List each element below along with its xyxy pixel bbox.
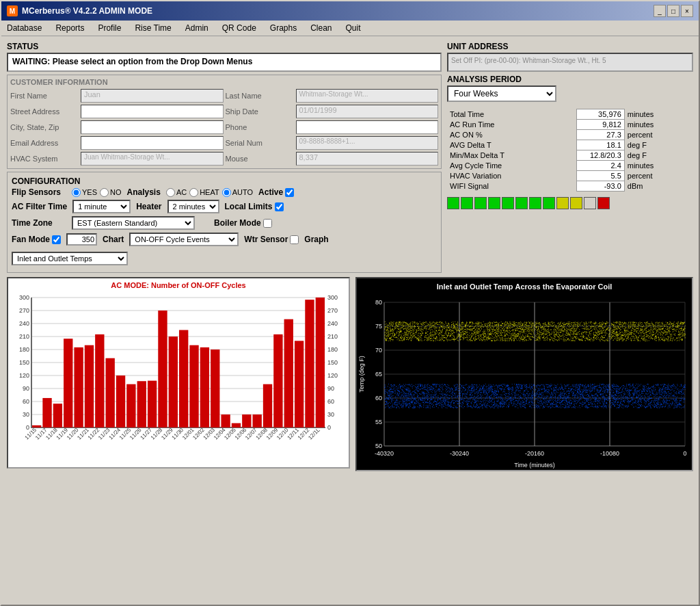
analysis-ac-radio[interactable]: [166, 188, 175, 197]
menu-reports[interactable]: Reports: [53, 22, 87, 34]
analysis-period-select[interactable]: Four Weeks One Week Two Weeks Eight Week…: [447, 85, 556, 102]
stat-total-time-value: 35,976: [576, 109, 624, 120]
flip-sensors-group: YES NO: [72, 188, 122, 197]
unit-address-section: UNIT ADDRESS Set Off PI: (pre-00-00): Wh…: [447, 42, 693, 72]
bar-chart-container: AC MODE: Number of ON-OFF Cycles: [7, 277, 350, 469]
field-first-name[interactable]: Juan: [81, 89, 224, 103]
unit-address-value: Set Off PI: (pre-00-00): Whitman-Storage…: [447, 53, 693, 72]
wtr-sensor-label: Wtr Sensor: [244, 235, 288, 244]
bar-chart-canvas: [11, 291, 346, 455]
stat-hvac-var-unit: percent: [624, 171, 693, 181]
stats-table: Total Time 35,976 minutes AC Run Time 9,…: [447, 109, 693, 192]
signal-bar-9: [556, 197, 569, 209]
stat-ac-on-label: AC ON %: [447, 130, 576, 140]
signal-bar-12: [597, 197, 610, 209]
field-last-name-label: Last Name: [226, 92, 294, 100]
stat-avg-delta-value: 18.1: [576, 140, 624, 150]
menu-profile[interactable]: Profile: [95, 22, 124, 34]
analysis-heat-label: HEAT: [200, 188, 219, 196]
active-checkbox[interactable]: [285, 188, 294, 197]
analysis-auto-label: AUTO: [232, 188, 253, 196]
close-button[interactable]: ×: [681, 5, 693, 17]
scatter-chart-container: [355, 277, 693, 471]
wtr-sensor-checkbox[interactable]: [290, 235, 299, 244]
config-section: CONFIGURATION Flip Sensors YES: [7, 172, 442, 273]
analysis-ac-label: AC: [176, 188, 187, 196]
menu-database[interactable]: Database: [4, 22, 44, 34]
local-limits-label: Local Limits: [225, 202, 273, 211]
stat-cycle-unit: minutes: [624, 161, 693, 171]
customer-info-label: CUSTOMER INFORMATION: [10, 78, 438, 86]
chart-select[interactable]: ON-OFF Cycle Events Temperature Delta T: [129, 233, 239, 246]
flip-no-radio[interactable]: [100, 188, 109, 197]
fan-mode-checkbox[interactable]: [52, 235, 61, 244]
field-city-label: City, State, Zip: [10, 123, 79, 131]
stat-wifi-unit: dBm: [624, 181, 693, 192]
boiler-mode-checkbox[interactable]: [263, 219, 272, 228]
scatter-chart-canvas: [357, 278, 692, 470]
stat-avg-delta-unit: deg F: [624, 140, 693, 150]
active-label: Active: [258, 187, 283, 197]
field-hvac-label: HVAC System: [10, 155, 79, 163]
menu-admin[interactable]: Admin: [183, 22, 211, 34]
field-city[interactable]: [81, 120, 224, 134]
fan-mode-label: Fan Mode: [12, 235, 50, 244]
analysis-period-section: ANALYSIS PERIOD Four Weeks One Week Two …: [447, 75, 693, 106]
field-street[interactable]: [81, 105, 224, 118]
app-title: MCerberus® V4.2.2 ADMIN MODE: [22, 6, 152, 16]
analysis-label: Analysis: [127, 187, 161, 197]
stat-minmax-label: Min/Max Delta T: [447, 150, 576, 161]
signal-bar-10: [570, 197, 582, 209]
menu-bar: Database Reports Profile Rise Time Admin…: [1, 21, 699, 36]
config-label: CONFIGURATION: [12, 176, 437, 186]
signal-bar-8: [543, 197, 555, 209]
menu-quit[interactable]: Quit: [343, 22, 364, 34]
heater-label: Heater: [136, 202, 161, 211]
field-serial[interactable]: 09-8888-8888+1...: [296, 136, 439, 150]
stat-ac-on-unit: percent: [624, 130, 693, 140]
active-group: Active: [258, 187, 294, 197]
stat-hvac-var-label: HVAC Variation: [447, 171, 576, 181]
customer-info-section: CUSTOMER INFORMATION First Name Juan Las…: [7, 75, 442, 169]
analysis-heat-radio[interactable]: [189, 188, 198, 197]
timezone-select[interactable]: EST (Eastern Standard) CST (Central Stan…: [72, 216, 195, 230]
stat-minmax-value: 12.8/20.3: [576, 150, 624, 161]
menu-graphs[interactable]: Graphs: [267, 22, 299, 34]
analysis-group: AC HEAT AUTO: [166, 188, 253, 197]
field-email[interactable]: [81, 136, 224, 150]
analysis-auto-radio[interactable]: [222, 188, 231, 197]
field-phone[interactable]: [296, 120, 439, 134]
heater-select[interactable]: 2 minutes 1 minute 5 minutes: [167, 200, 219, 213]
menu-clean[interactable]: Clean: [308, 22, 334, 34]
flip-yes-radio[interactable]: [72, 188, 81, 197]
fan-mode-value[interactable]: [66, 233, 97, 246]
field-last-name[interactable]: Whitman-Storage Wt...: [296, 89, 439, 103]
field-hvac[interactable]: Juan Whitman-Storage Wt...: [81, 152, 224, 166]
graph-select[interactable]: Inlet and Outlet Temps Delta T WIFI Sign…: [12, 252, 128, 265]
field-serial-label: Serial Num: [226, 139, 294, 147]
window-controls[interactable]: _ □ ×: [654, 5, 693, 17]
graph-label: Graph: [304, 235, 328, 244]
stat-avg-delta-label: AVG Delta T: [447, 140, 576, 150]
minimize-button[interactable]: _: [654, 5, 666, 17]
timezone-label: Time Zone: [12, 218, 66, 228]
ac-filter-select[interactable]: 1 minute 30 seconds 2 minutes 5 minutes: [72, 200, 131, 213]
menu-qr-code[interactable]: QR Code: [219, 22, 259, 34]
wtr-sensor-group: Wtr Sensor: [244, 235, 299, 244]
field-street-label: Street Address: [10, 107, 79, 116]
field-email-label: Email Address: [10, 139, 79, 147]
status-label: STATUS: [7, 42, 442, 51]
signal-bar-3: [474, 197, 487, 209]
signal-bar-7: [529, 197, 541, 209]
maximize-button[interactable]: □: [667, 5, 679, 17]
stat-cycle-value: 2.4: [576, 161, 624, 171]
status-section: STATUS WAITING: Please select an option …: [7, 42, 442, 72]
field-mouse[interactable]: 8,337: [296, 152, 439, 166]
menu-rise-time[interactable]: Rise Time: [132, 22, 174, 34]
charts-section: AC MODE: Number of ON-OFF Cycles: [7, 277, 693, 471]
stat-minmax-unit: deg F: [624, 150, 693, 161]
field-first-name-label: First Name: [10, 92, 79, 100]
signal-bar-2: [461, 197, 473, 209]
local-limits-checkbox[interactable]: [275, 202, 284, 211]
field-ship-date[interactable]: 01/01/1999: [296, 105, 439, 118]
